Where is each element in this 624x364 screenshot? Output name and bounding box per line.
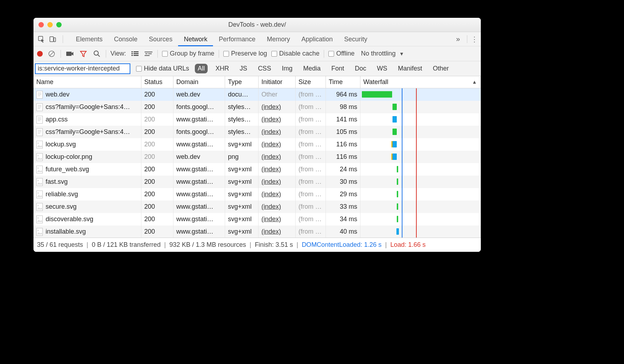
disable-cache-checkbox[interactable]: Disable cache: [271, 50, 319, 57]
col-name[interactable]: Name: [33, 76, 141, 88]
table-row[interactable]: web.dev 200 web.dev docu… Other (from … …: [33, 88, 481, 101]
group-by-frame-checkbox[interactable]: Group by frame: [162, 50, 214, 57]
col-initiator[interactable]: Initiator: [259, 76, 296, 88]
screenshot-icon[interactable]: [65, 49, 74, 58]
cell-name: lockup-color.png: [33, 151, 141, 163]
status-requests: 35 / 61 requests: [37, 241, 83, 249]
type-filter-font[interactable]: Font: [328, 64, 347, 73]
cell-initiator: (index): [259, 201, 296, 213]
type-filter-media[interactable]: Media: [300, 64, 323, 73]
tab-elements[interactable]: Elements: [70, 32, 108, 46]
table-row[interactable]: lockup-color.png 200 web.dev png (index)…: [33, 151, 481, 163]
table-row[interactable]: secure.svg 200 www.gstati… svg+xml (inde…: [33, 201, 481, 213]
dropdown-icon: ▼: [399, 51, 404, 57]
initiator-link[interactable]: (index): [261, 191, 281, 198]
col-waterfall[interactable]: Waterfall▲: [360, 76, 481, 88]
tab-application[interactable]: Application: [296, 32, 338, 46]
svg-point-45: [37, 205, 39, 206]
cell-waterfall: [360, 225, 481, 238]
cell-size: (from …: [296, 163, 326, 176]
cell-status: 200: [141, 213, 173, 225]
cell-type: svg+xml: [225, 213, 259, 225]
cell-waterfall: [360, 101, 481, 113]
large-rows-icon[interactable]: [130, 49, 140, 58]
close-window-button[interactable]: [38, 22, 44, 27]
table-row[interactable]: installable.svg 200 www.gstati… svg+xml …: [33, 225, 481, 238]
table-row[interactable]: app.css 200 www.gstati… styles… (index) …: [33, 113, 481, 126]
svg-rect-15: [145, 53, 147, 54]
cell-name: installable.svg: [33, 225, 141, 238]
overview-icon[interactable]: [144, 49, 153, 58]
type-filter-other[interactable]: Other: [430, 64, 452, 73]
table-row[interactable]: lockup.svg 200 www.gstati… svg+xml (inde…: [33, 138, 481, 151]
file-name: web.dev: [46, 91, 69, 98]
tab-sources[interactable]: Sources: [143, 32, 178, 46]
filter-input[interactable]: [35, 63, 130, 74]
table-row[interactable]: fast.svg 200 www.gstati… svg+xml (index)…: [33, 176, 481, 188]
initiator-link[interactable]: (index): [261, 215, 281, 223]
filter-icon[interactable]: [79, 49, 88, 58]
svg-rect-38: [37, 166, 43, 173]
initiator-link[interactable]: (index): [261, 116, 281, 123]
cell-domain: web.dev: [173, 88, 225, 101]
tab-console[interactable]: Console: [108, 32, 143, 46]
type-filter-ws[interactable]: WS: [374, 64, 390, 73]
settings-kebab-icon[interactable]: ⋮: [471, 35, 478, 43]
type-filter-css[interactable]: CSS: [255, 64, 274, 73]
group-by-frame-label: Group by frame: [170, 50, 214, 57]
file-name: installable.svg: [46, 228, 86, 235]
initiator-link[interactable]: (index): [261, 178, 281, 186]
table-row[interactable]: discoverable.svg 200 www.gstati… svg+xml…: [33, 213, 481, 225]
tab-network[interactable]: Network: [178, 32, 213, 46]
table-row[interactable]: future_web.svg 200 www.gstati… svg+xml (…: [33, 163, 481, 176]
clear-icon[interactable]: [47, 49, 56, 58]
type-filter-doc[interactable]: Doc: [352, 64, 369, 73]
tab-security[interactable]: Security: [338, 32, 373, 46]
minimize-window-button[interactable]: [47, 22, 53, 27]
svg-rect-17: [145, 55, 150, 56]
type-filter-js[interactable]: JS: [237, 64, 250, 73]
type-filter-xhr[interactable]: XHR: [213, 64, 232, 73]
initiator-link[interactable]: (index): [261, 128, 281, 136]
tab-performance[interactable]: Performance: [213, 32, 261, 46]
initiator-link[interactable]: (index): [261, 153, 281, 161]
search-icon[interactable]: [92, 49, 102, 58]
more-tabs-chevron-icon[interactable]: »: [453, 35, 463, 43]
select-element-icon[interactable]: [36, 34, 46, 44]
table-row[interactable]: reliable.svg 200 www.gstati… svg+xml (in…: [33, 188, 481, 201]
initiator-link[interactable]: (index): [261, 103, 281, 111]
record-button[interactable]: [37, 51, 43, 57]
device-toolbar-icon[interactable]: [48, 34, 58, 44]
cell-status: 200: [141, 113, 173, 126]
cell-waterfall: [360, 201, 481, 213]
cell-initiator: (index): [259, 101, 296, 113]
cell-domain: www.gstati…: [173, 138, 225, 151]
initiator-link[interactable]: (index): [261, 166, 281, 173]
throttling-select[interactable]: No throttling ▼: [361, 50, 404, 57]
type-filter-manifest[interactable]: Manifest: [395, 64, 425, 73]
svg-rect-10: [131, 53, 133, 54]
col-size[interactable]: Size: [296, 76, 326, 88]
initiator-link[interactable]: (index): [261, 141, 281, 148]
col-status[interactable]: Status: [141, 76, 173, 88]
cell-time: 116 ms: [326, 151, 360, 163]
tab-memory[interactable]: Memory: [261, 32, 296, 46]
type-filter-all[interactable]: All: [195, 64, 208, 73]
hide-data-urls-checkbox[interactable]: Hide data URLs: [136, 65, 189, 72]
col-domain[interactable]: Domain: [173, 76, 225, 88]
offline-checkbox[interactable]: Offline: [328, 50, 355, 57]
preserve-log-checkbox[interactable]: Preserve log: [223, 50, 267, 57]
cell-domain: www.gstati…: [173, 113, 225, 126]
initiator-link[interactable]: (index): [261, 203, 281, 210]
zoom-window-button[interactable]: [56, 22, 62, 27]
col-time[interactable]: Time: [326, 76, 360, 88]
table-row[interactable]: css?family=Google+Sans:4… 200 fonts.goog…: [33, 126, 481, 138]
svg-point-43: [37, 192, 39, 194]
cell-initiator: (index): [259, 188, 296, 201]
col-type[interactable]: Type: [225, 76, 259, 88]
svg-rect-22: [37, 103, 43, 111]
initiator-link[interactable]: (index): [261, 228, 281, 235]
table-row[interactable]: css?family=Google+Sans:4… 200 fonts.goog…: [33, 101, 481, 113]
type-filter-img[interactable]: Img: [279, 64, 295, 73]
file-icon: [36, 116, 43, 124]
